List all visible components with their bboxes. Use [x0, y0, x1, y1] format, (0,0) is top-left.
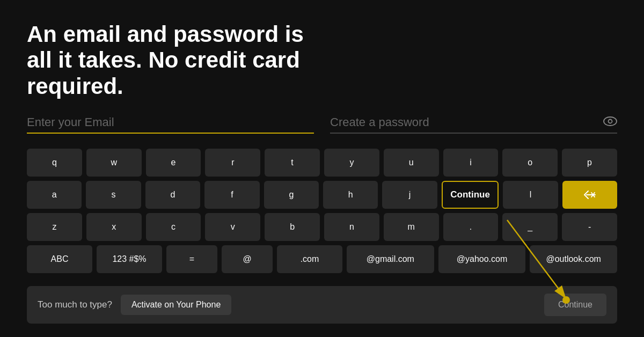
password-visibility-icon[interactable] — [603, 115, 617, 129]
key-t[interactable]: t — [265, 149, 320, 177]
key-z[interactable]: z — [27, 213, 82, 241]
key-g[interactable]: g — [264, 181, 319, 209]
key-l[interactable]: l — [503, 181, 558, 209]
bottom-bar: Too much to type? Activate on Your Phone… — [27, 286, 617, 324]
key-f[interactable]: f — [204, 181, 259, 209]
key-equals[interactable]: = — [166, 245, 217, 273]
key-continue[interactable]: Continue — [442, 181, 499, 209]
input-row — [27, 115, 617, 134]
key-s[interactable]: s — [86, 181, 141, 209]
key-gmail[interactable]: @gmail.com — [347, 245, 434, 273]
key-u[interactable]: u — [384, 149, 439, 177]
key-numbers[interactable]: 123 #$% — [97, 245, 162, 273]
keyboard: q w e r t y u i o p a s d f g h j Contin… — [27, 149, 617, 273]
key-p[interactable]: p — [562, 149, 617, 177]
key-yahoo[interactable]: @yahoo.com — [438, 245, 526, 273]
key-r[interactable]: r — [205, 149, 260, 177]
key-underscore[interactable]: _ — [502, 213, 558, 241]
email-input[interactable] — [27, 115, 314, 129]
activate-phone-button[interactable]: Activate on Your Phone — [121, 295, 231, 315]
svg-point-1 — [609, 119, 612, 123]
email-input-wrapper — [27, 115, 314, 134]
key-y[interactable]: y — [324, 149, 379, 177]
key-m[interactable]: m — [384, 213, 439, 241]
key-q[interactable]: q — [27, 149, 82, 177]
key-abc[interactable]: ABC — [27, 245, 92, 273]
key-o[interactable]: o — [502, 149, 558, 177]
key-outlook[interactable]: @outlook.com — [530, 245, 617, 273]
key-c[interactable]: c — [146, 213, 201, 241]
password-input[interactable] — [330, 115, 598, 129]
key-i[interactable]: i — [443, 149, 499, 177]
key-b[interactable]: b — [265, 213, 320, 241]
keyboard-row-4: ABC 123 #$% = @ .com @gmail.com @yahoo.c… — [27, 245, 617, 273]
continue-bottom-button[interactable]: Continue — [544, 294, 606, 316]
key-d[interactable]: d — [145, 181, 200, 209]
key-j[interactable]: j — [382, 181, 437, 209]
key-x[interactable]: x — [86, 213, 142, 241]
key-period[interactable]: . — [443, 213, 499, 241]
password-input-wrapper — [330, 115, 617, 134]
key-v[interactable]: v — [205, 213, 260, 241]
key-n[interactable]: n — [324, 213, 379, 241]
bottom-bar-left: Too much to type? Activate on Your Phone — [38, 295, 231, 315]
keyboard-row-2: a s d f g h j Continue l — [27, 181, 617, 209]
key-dash[interactable]: - — [562, 213, 617, 241]
keyboard-row-1: q w e r t y u i o p — [27, 149, 617, 177]
key-a[interactable]: a — [27, 181, 82, 209]
key-e[interactable]: e — [146, 149, 201, 177]
key-w[interactable]: w — [86, 149, 142, 177]
main-container: An email and password is all it takes. N… — [0, 0, 644, 337]
key-backspace[interactable] — [562, 181, 617, 209]
key-h[interactable]: h — [323, 181, 378, 209]
keyboard-row-3: z x c v b n m . _ - — [27, 213, 617, 241]
too-much-label: Too much to type? — [38, 299, 112, 310]
svg-point-0 — [604, 117, 617, 126]
key-at[interactable]: @ — [222, 245, 273, 273]
page-headline: An email and password is all it takes. N… — [27, 21, 306, 99]
key-dotcom[interactable]: .com — [277, 245, 342, 273]
